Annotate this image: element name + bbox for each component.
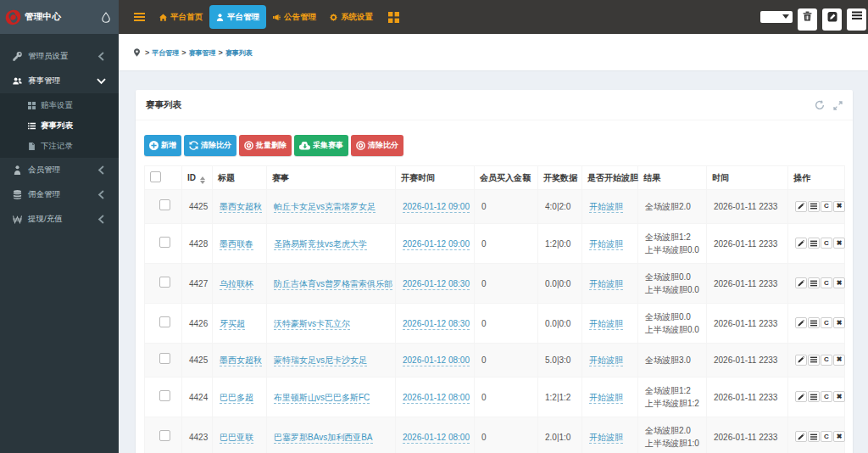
apps-grid-icon[interactable] (380, 12, 408, 23)
start-time-link[interactable]: 2026-01-12 09:00 (403, 239, 470, 250)
toolbar-button-4[interactable]: 采集赛事 (294, 135, 348, 156)
row-edit-button[interactable] (795, 317, 807, 328)
row-detail-button[interactable] (808, 317, 820, 328)
row-checkbox[interactable] (159, 316, 170, 327)
nav-item-2[interactable]: 平台管理 (209, 5, 266, 29)
row-checkbox[interactable] (159, 237, 170, 248)
cell-id: 4423 (182, 417, 213, 453)
sidebar-subitem-2[interactable]: 赛事列表 (0, 115, 119, 136)
sort-icon[interactable] (200, 176, 205, 184)
row-refresh-button[interactable]: C (821, 355, 832, 366)
match-link[interactable]: 圣路易斯竞技vs老虎大学 (274, 239, 367, 250)
title-link[interactable]: 巴巴多超 (220, 393, 253, 404)
match-link[interactable]: 布里顿斯山vs巴巴多斯FC (274, 393, 370, 404)
sidebar-item-3[interactable]: 会员管理 (0, 158, 119, 182)
row-detail-button[interactable] (808, 391, 820, 402)
row-refresh-button[interactable]: C (821, 238, 832, 249)
menu-button[interactable] (847, 8, 866, 31)
row-delete-button[interactable]: ✖ (833, 431, 845, 442)
row-refresh-button[interactable]: C (821, 317, 832, 328)
row-checkbox[interactable] (159, 199, 170, 210)
start-time-link[interactable]: 2026-01-12 09:00 (403, 202, 470, 213)
sidebar-toggle-icon[interactable] (119, 13, 151, 21)
bodan-link[interactable]: 开始波胆 (589, 393, 623, 404)
row-checkbox[interactable] (159, 430, 170, 441)
refresh-tool-icon[interactable] (815, 100, 825, 110)
row-edit-button[interactable] (795, 391, 807, 402)
row-edit-button[interactable] (795, 355, 807, 366)
title-link[interactable]: 牙买超 (220, 319, 245, 330)
bodan-link[interactable]: 开始波胆 (589, 239, 623, 250)
start-time-link[interactable]: 2026-01-12 08:00 (403, 355, 470, 366)
title-link[interactable]: 巴巴亚联 (220, 433, 253, 444)
nav-item-4[interactable]: 系统设置 (323, 0, 380, 34)
match-link[interactable]: 防丘吉体育vs普罗格雷索俱乐部 (274, 279, 392, 290)
logo[interactable]: 管理中心 (0, 0, 119, 34)
expand-tool-icon[interactable] (833, 101, 843, 110)
sidebar-item-2[interactable]: 赛事管理 (0, 69, 119, 93)
bodan-link[interactable]: 开始波胆 (589, 433, 623, 444)
match-link[interactable]: 蒙特瑞女足vs尼卡沙女足 (274, 355, 367, 366)
cell-buy-amount: 0 (475, 417, 538, 453)
start-time-link[interactable]: 2026-01-12 08:00 (403, 433, 470, 444)
start-time-link[interactable]: 2026-01-12 08:30 (403, 319, 470, 330)
app-title: 管理中心 (25, 11, 61, 23)
row-delete-button[interactable]: ✖ (833, 355, 845, 366)
title-link[interactable]: 墨西女超秋 (220, 355, 262, 366)
title-link[interactable]: 墨西联春 (220, 239, 253, 250)
sidebar-item-4[interactable]: 佣金管理 (0, 182, 119, 207)
match-link[interactable]: 帕丘卡女足vs克雷塔罗女足 (274, 202, 376, 213)
breadcrumb-link-2[interactable]: 赛事管理 (189, 49, 216, 57)
row-delete-button[interactable]: ✖ (833, 277, 845, 288)
row-detail-button[interactable] (808, 277, 820, 288)
breadcrumb-link-1[interactable]: 平台管理 (152, 49, 179, 57)
row-detail-button[interactable] (808, 355, 820, 366)
trash-button[interactable] (798, 8, 817, 31)
nav-item-1[interactable]: 平台首页 (153, 0, 209, 34)
row-edit-button[interactable] (795, 238, 807, 249)
row-refresh-button[interactable]: C (821, 391, 832, 402)
row-edit-button[interactable] (795, 431, 807, 442)
row-refresh-button[interactable]: C (821, 431, 832, 442)
title-link[interactable]: 乌拉联杯 (220, 279, 253, 290)
row-detail-button[interactable] (808, 201, 820, 212)
row-refresh-button[interactable]: C (821, 277, 832, 288)
match-link[interactable]: 巴塞罗那BAvs加利西亚BA (274, 433, 373, 444)
row-delete-button[interactable]: ✖ (833, 391, 845, 402)
row-delete-button[interactable]: ✖ (833, 317, 845, 328)
select-all-checkbox[interactable] (150, 171, 161, 182)
bodan-link[interactable]: 开始波胆 (589, 319, 623, 330)
top-select[interactable] (760, 11, 793, 23)
column-header-label: 结果 (643, 173, 660, 182)
toolbar-button-3[interactable]: 批量删除 (239, 135, 292, 156)
nav-item-3[interactable]: 公告管理 (266, 0, 323, 34)
sidebar-item-1[interactable]: 管理员设置 (0, 44, 119, 69)
row-delete-button[interactable]: ✖ (833, 201, 845, 212)
sidebar-subitem-3[interactable]: 下注记录 (0, 136, 119, 156)
bodan-link[interactable]: 开始波胆 (589, 355, 623, 366)
row-checkbox[interactable] (159, 277, 170, 288)
sidebar-subitem-1[interactable]: 赔率设置 (0, 95, 119, 115)
row-checkbox[interactable] (159, 353, 170, 364)
sidebar-item-5[interactable]: 提现/充值 (0, 207, 119, 232)
breadcrumb-link-3[interactable]: 赛事列表 (225, 49, 253, 57)
title-link[interactable]: 墨西女超秋 (220, 202, 262, 213)
row-edit-button[interactable] (795, 201, 807, 212)
row-delete-button[interactable]: ✖ (833, 238, 845, 249)
row-checkbox[interactable] (159, 390, 170, 401)
row-detail-button[interactable] (808, 431, 820, 442)
start-time-link[interactable]: 2026-01-12 08:30 (403, 279, 470, 290)
match-link[interactable]: 沃特豪斯vs卡瓦立尔 (274, 319, 350, 330)
toolbar-button-2[interactable]: 清除比分 (184, 135, 236, 156)
toolbar-button-5[interactable]: 清除比分 (351, 135, 403, 156)
cell-title: 牙买超 (213, 304, 267, 344)
bodan-link[interactable]: 开始波胆 (589, 279, 623, 290)
row-detail-button[interactable] (808, 238, 820, 249)
start-time-link[interactable]: 2026-01-12 08:00 (403, 393, 470, 404)
toolbar-button-1[interactable]: 新增 (144, 135, 181, 156)
row-edit-button[interactable] (795, 277, 807, 288)
bodan-link[interactable]: 开始波胆 (589, 202, 623, 213)
column-header-1[interactable] (145, 166, 182, 190)
edit-button[interactable] (822, 8, 842, 31)
row-refresh-button[interactable]: C (821, 201, 832, 212)
